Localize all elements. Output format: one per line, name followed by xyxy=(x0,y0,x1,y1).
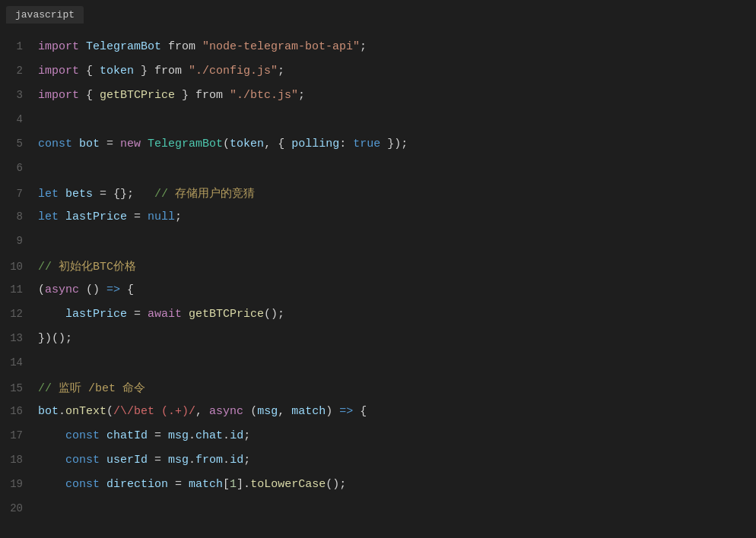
code-container: 1import TelegramBot from "node-telegram-… xyxy=(0,24,756,538)
line-content: import TelegramBot from "node-telegram-b… xyxy=(38,40,367,53)
line-number: 15 xyxy=(0,382,38,394)
line-number: 2 xyxy=(0,65,38,77)
line-number: 12 xyxy=(0,308,38,320)
code-line: 11(async () => { xyxy=(0,282,756,306)
line-content: lastPrice = await getBTCPrice(); xyxy=(38,308,284,321)
line-number: 3 xyxy=(0,89,38,101)
code-line: 13})(); xyxy=(0,331,756,355)
line-number: 8 xyxy=(0,210,38,223)
line-number: 14 xyxy=(0,356,38,369)
code-line: 5const bot = new TelegramBot(token, { po… xyxy=(0,136,756,160)
line-content: const bot = new TelegramBot(token, { pol… xyxy=(38,138,408,150)
code-line: 19 const direction = match[1].toLowerCas… xyxy=(0,476,756,501)
line-number: 19 xyxy=(0,478,38,490)
line-content: // 初始化BTC价格 xyxy=(38,259,136,274)
line-content: bot.onText(/\/bet (.+)/, async (msg, mat… xyxy=(38,405,367,418)
line-content: (async () => { xyxy=(38,283,134,296)
code-line: 17 const chatId = msg.chat.id; xyxy=(0,428,756,452)
line-content: const direction = match[1].toLowerCase()… xyxy=(38,478,346,491)
code-line: 18 const userId = msg.from.id; xyxy=(0,452,756,476)
line-number: 9 xyxy=(0,235,38,247)
line-number: 18 xyxy=(0,454,38,466)
line-content: let lastPrice = null; xyxy=(38,210,182,223)
line-number: 7 xyxy=(0,188,38,200)
line-number: 13 xyxy=(0,332,38,344)
code-line: 3import { getBTCPrice } from "./btc.js"; xyxy=(0,87,756,112)
line-content: const chatId = msg.chat.id; xyxy=(38,429,250,442)
line-number: 4 xyxy=(0,113,38,125)
code-line: 16bot.onText(/\/bet (.+)/, async (msg, m… xyxy=(0,404,756,428)
code-line: 9 xyxy=(0,233,756,258)
line-content: import { getBTCPrice } from "./btc.js"; xyxy=(38,89,305,102)
line-number: 1 xyxy=(0,40,38,52)
code-line: 20 xyxy=(0,501,756,525)
code-line: 6 xyxy=(0,160,756,185)
code-line: 4 xyxy=(0,112,756,136)
line-content: const userId = msg.from.id; xyxy=(38,454,250,467)
line-number: 16 xyxy=(0,405,38,417)
language-tab[interactable]: javascript xyxy=(6,6,84,24)
code-line: 7let bets = {}; // 存储用户的竞猜 xyxy=(0,185,756,209)
line-number: 17 xyxy=(0,429,38,441)
line-number: 10 xyxy=(0,261,38,273)
code-line: 14 xyxy=(0,355,756,379)
line-content: let bets = {}; // 存储用户的竞猜 xyxy=(38,186,255,201)
code-line: 15// 监听 /bet 命令 xyxy=(0,379,756,404)
tab-bar: javascript xyxy=(0,0,756,24)
line-number: 11 xyxy=(0,283,38,296)
line-number: 5 xyxy=(0,138,38,150)
line-number: 20 xyxy=(0,502,38,514)
code-line: 12 lastPrice = await getBTCPrice(); xyxy=(0,306,756,331)
code-line: 1import TelegramBot from "node-telegram-… xyxy=(0,39,756,63)
line-content: // 监听 /bet 命令 xyxy=(38,381,145,395)
code-line: 8let lastPrice = null; xyxy=(0,209,756,233)
code-line: 10// 初始化BTC价格 xyxy=(0,258,756,282)
line-number: 6 xyxy=(0,162,38,174)
code-line: 2import { token } from "./config.js"; xyxy=(0,63,756,87)
line-content: import { token } from "./config.js"; xyxy=(38,65,284,78)
line-content: })(); xyxy=(38,332,72,345)
